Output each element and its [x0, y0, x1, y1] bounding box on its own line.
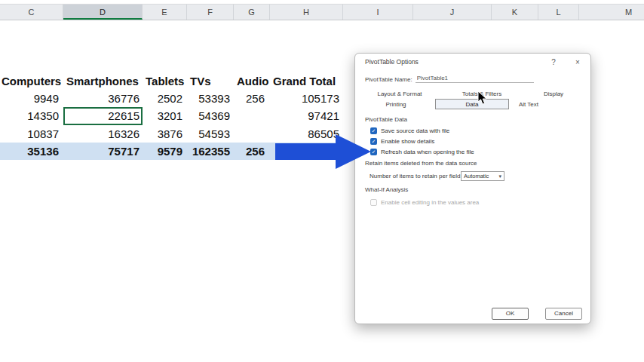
- pivot-header-computers[interactable]: Computers: [2, 72, 61, 90]
- cell[interactable]: [234, 125, 265, 143]
- cell[interactable]: 35136: [0, 143, 59, 160]
- cell[interactable]: 2502: [143, 90, 182, 107]
- cell[interactable]: 14350: [0, 107, 59, 124]
- excel-window: C D E F G H I J K L M Computers Smartpho…: [0, 0, 644, 362]
- checkbox-checked-icon: ✓: [370, 127, 377, 134]
- help-icon[interactable]: ?: [548, 57, 559, 68]
- cell[interactable]: 9949: [0, 90, 59, 107]
- pivot-header-audio[interactable]: Audio: [237, 72, 269, 90]
- dialog-title: PivotTable Options: [365, 58, 419, 66]
- cell[interactable]: 16326: [63, 125, 140, 143]
- retain-per-field-label: Number of items to retain per field:: [370, 171, 462, 181]
- checkbox-save-source-data[interactable]: ✓ Save source data with file: [370, 126, 449, 135]
- cell[interactable]: 256: [234, 90, 265, 107]
- cell[interactable]: 97421: [270, 107, 339, 124]
- checkbox-checked-icon: ✓: [370, 138, 377, 145]
- pivottable-options-dialog: PivotTable Options ? × PivotTable Name: …: [354, 53, 591, 324]
- cell[interactable]: 10837: [0, 125, 59, 143]
- column-header-m[interactable]: M: [579, 5, 644, 20]
- tab-layout-format[interactable]: Layout & Format: [377, 89, 422, 99]
- checkbox-checked-icon: ✓: [370, 149, 377, 155]
- section-retain-items: Retain items deleted from the data sourc…: [365, 159, 477, 168]
- callout-arrow: [275, 134, 371, 169]
- pivot-header-tvs[interactable]: TVs: [190, 72, 211, 90]
- cell[interactable]: 105173: [270, 90, 339, 107]
- column-header-row: C D E F G H I J K L M: [0, 4, 644, 20]
- section-what-if-analysis: What-If Analysis: [365, 186, 408, 195]
- cell[interactable]: 53393: [187, 90, 230, 107]
- pivottable-name-input[interactable]: [416, 75, 534, 83]
- checkbox-label: Save source data with file: [381, 127, 449, 134]
- column-header-h[interactable]: H: [270, 5, 343, 20]
- column-header-f[interactable]: F: [187, 5, 234, 20]
- checkbox-label: Enable show details: [381, 138, 434, 145]
- checkbox-unchecked-icon: [370, 199, 377, 206]
- pivot-header-grand-total[interactable]: Grand Total: [273, 72, 336, 90]
- column-header-c[interactable]: C: [0, 5, 63, 20]
- cell[interactable]: 9579: [143, 143, 182, 160]
- selected-cell-border: [63, 107, 143, 125]
- checkbox-enable-cell-editing: Enable cell editing in the values area: [370, 198, 479, 207]
- pivottable-name-label: PivotTable Name:: [365, 76, 412, 83]
- cell[interactable]: [234, 107, 265, 124]
- column-header-g[interactable]: G: [234, 5, 270, 20]
- checkbox-label: Refresh data when opening the file: [381, 149, 474, 155]
- ok-button[interactable]: OK: [492, 308, 529, 320]
- checkbox-refresh-on-open[interactable]: ✓ Refresh data when opening the file: [370, 147, 474, 156]
- column-header-d[interactable]: D: [63, 5, 143, 20]
- column-header-i[interactable]: I: [343, 5, 413, 20]
- column-header-e[interactable]: E: [143, 5, 187, 20]
- cell[interactable]: 54369: [187, 107, 230, 124]
- column-header-l[interactable]: L: [538, 5, 579, 20]
- section-pivottable-data: PivotTable Data: [365, 115, 407, 124]
- pivottable-name-row: PivotTable Name:: [365, 73, 534, 83]
- cell[interactable]: 3876: [143, 125, 182, 143]
- column-header-j[interactable]: J: [413, 5, 492, 20]
- pivot-header-tablets[interactable]: Tablets: [146, 72, 184, 90]
- cancel-button[interactable]: Cancel: [545, 308, 582, 320]
- pivot-header-smartphones[interactable]: Smartphones: [66, 72, 139, 90]
- cell[interactable]: 3201: [143, 107, 182, 124]
- mouse-cursor: [477, 90, 488, 106]
- checkbox-enable-show-details[interactable]: ✓ Enable show details: [370, 137, 434, 146]
- retain-items-dropdown[interactable]: Automatic ▾: [461, 171, 504, 181]
- column-header-k[interactable]: K: [492, 5, 538, 20]
- dropdown-value: Automatic: [464, 173, 489, 179]
- tab-alt-text[interactable]: Alt Text: [519, 100, 538, 109]
- tab-display[interactable]: Display: [544, 89, 563, 99]
- cell[interactable]: 75717: [63, 143, 140, 160]
- cell[interactable]: 162355: [187, 143, 230, 160]
- close-icon[interactable]: ×: [572, 57, 583, 68]
- cell[interactable]: 54593: [187, 125, 230, 143]
- cell[interactable]: 256: [234, 143, 265, 160]
- tab-printing[interactable]: Printing: [385, 100, 406, 109]
- dropdown-chevron-icon: ▾: [498, 173, 501, 180]
- cell[interactable]: 36776: [63, 90, 140, 107]
- tab-data[interactable]: Data: [435, 99, 509, 109]
- checkbox-label: Enable cell editing in the values area: [381, 199, 479, 206]
